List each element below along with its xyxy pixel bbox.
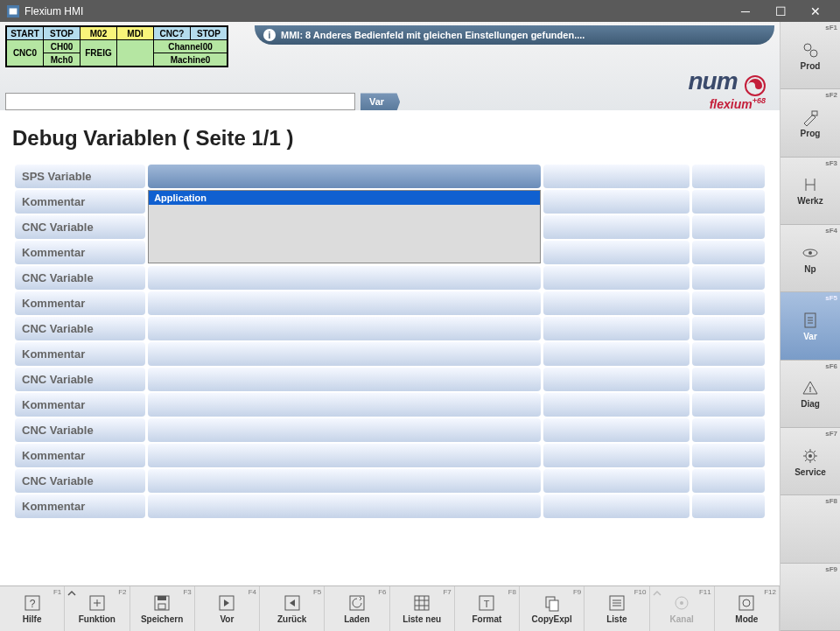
cnc2-val[interactable] xyxy=(148,266,541,290)
svg-point-19 xyxy=(680,601,683,605)
mode-icon xyxy=(737,593,756,614)
fkey-funktion[interactable]: F2Funktion xyxy=(65,586,130,631)
close-button[interactable]: ✕ xyxy=(798,0,833,22)
title-bar: Flexium HMI ─ ☐ ✕ xyxy=(0,0,840,22)
skey-diag[interactable]: sF6!Diag xyxy=(780,361,840,428)
status-cnc-q: CNC? xyxy=(154,27,191,40)
fkey-format[interactable]: F8TFormat xyxy=(455,586,520,631)
row-label-cnc-5: CNC Variable xyxy=(15,418,145,442)
sps-col4[interactable] xyxy=(692,165,765,188)
svg-point-22 xyxy=(804,44,811,51)
fkey-liste neu[interactable]: F7Liste neu xyxy=(390,586,455,631)
svg-point-21 xyxy=(743,599,750,606)
row-label-komm-7: Kommentar xyxy=(15,494,145,518)
row-label-cnc-2: CNC Variable xyxy=(15,266,145,290)
doc-icon xyxy=(801,311,820,332)
komm2-col3[interactable] xyxy=(543,241,690,264)
skey-prog[interactable]: sF2Prog xyxy=(780,89,840,157)
content-area: Debug Variablen ( Seite 1/1 ) SPS Variab… xyxy=(0,110,780,585)
svg-rect-12 xyxy=(415,596,429,610)
fkey-hilfe[interactable]: F1?Hilfe xyxy=(0,586,65,631)
status-m02: M02 xyxy=(80,27,117,40)
status-blank1 xyxy=(117,40,154,67)
skey-blank[interactable]: sF8 xyxy=(780,495,840,563)
fkey-label: Zurück xyxy=(277,614,306,624)
list-icon xyxy=(607,593,626,614)
skey-label: Prog xyxy=(801,129,821,138)
back-icon xyxy=(283,593,302,614)
header: START STOP M02 MDI CNC? STOP CNC0 CH00 F… xyxy=(0,22,780,110)
komm1-col3[interactable] xyxy=(543,190,690,214)
skey-label: Werkz xyxy=(797,196,822,206)
row-label-komm-4: Kommentar xyxy=(15,342,145,366)
help-icon: ? xyxy=(23,593,42,614)
fkey-speichern[interactable]: F3Speichern xyxy=(130,586,195,631)
fkey-mode[interactable]: F12Mode xyxy=(715,586,780,631)
komm2-col4[interactable] xyxy=(692,241,765,264)
orbit-icon xyxy=(801,243,820,264)
cnc1-col4[interactable] xyxy=(692,215,765,239)
page-title: Debug Variablen ( Seite 1/1 ) xyxy=(12,126,767,151)
skey-prod[interactable]: sF1Prod xyxy=(780,22,840,89)
fkey-label: Mode xyxy=(735,614,758,624)
svg-rect-11 xyxy=(350,596,364,610)
fkey-label: Vor xyxy=(220,614,234,624)
status-cnc0: CNC0 xyxy=(7,40,44,67)
caliper-icon xyxy=(801,175,820,196)
row-label-cnc-4: CNC Variable xyxy=(15,368,145,391)
skey-np[interactable]: sF4Np xyxy=(780,225,840,292)
footer-fkeys: F1?HilfeF2FunktionF3SpeichernF4VorF5Zurü… xyxy=(0,585,780,631)
gear-icon xyxy=(801,446,820,467)
maximize-button[interactable]: ☐ xyxy=(763,0,798,22)
status-stop2: STOP xyxy=(191,27,228,40)
fkey-laden[interactable]: F6Laden xyxy=(325,586,389,631)
row-label-komm-5: Kommentar xyxy=(15,393,145,417)
svg-point-30 xyxy=(808,454,812,458)
fkey-label: Liste xyxy=(606,614,626,624)
dropdown-item-application[interactable]: Application xyxy=(149,191,540,205)
sps-value-selected[interactable] xyxy=(148,165,541,188)
fkey-label: Laden xyxy=(344,614,369,624)
fkey-label: CopyExpl xyxy=(532,614,572,624)
fkey-liste[interactable]: F10Liste xyxy=(584,586,649,631)
status-mdi: MDI xyxy=(117,27,154,40)
skey-service[interactable]: sF7Service xyxy=(780,428,840,495)
skey-blank[interactable]: sF9 xyxy=(780,564,840,631)
skey-label: Service xyxy=(794,467,826,477)
status-channel: Channel00 xyxy=(154,40,228,53)
gears-icon xyxy=(801,40,820,61)
application-dropdown[interactable]: Application xyxy=(148,190,541,263)
minimize-button[interactable]: ─ xyxy=(728,0,763,22)
status-start: START xyxy=(7,27,44,40)
svg-rect-1 xyxy=(10,8,18,14)
svg-rect-20 xyxy=(739,596,753,610)
row-label-komm-6: Kommentar xyxy=(15,444,145,467)
fkey-copyexpl[interactable]: F9CopyExpl xyxy=(520,586,584,631)
message-text: MMI: 8 Anderes Bedienfeld mit gleichen E… xyxy=(281,30,584,40)
komm3-val[interactable] xyxy=(148,291,541,315)
sps-col3[interactable] xyxy=(543,165,690,188)
fkey-label: Kanal xyxy=(670,614,694,624)
skey-werkz[interactable]: sF3Werkz xyxy=(780,158,840,225)
fkey-label: Format xyxy=(472,614,501,624)
svg-point-26 xyxy=(808,251,812,255)
fkey-vor[interactable]: F4Vor xyxy=(195,586,260,631)
row-label-cnc-1: CNC Variable xyxy=(15,215,145,239)
copy-icon xyxy=(542,593,562,614)
save-icon xyxy=(152,593,172,614)
fkey-zurück[interactable]: F5Zurück xyxy=(260,586,325,631)
skey-var[interactable]: sF5Var xyxy=(780,292,840,360)
side-fkeys: sF1ProdsF2ProgsF3WerkzsF4NpsF5VarsF6!Dia… xyxy=(780,22,840,631)
cnc1-col3[interactable] xyxy=(543,215,690,239)
window-title: Flexium HMI xyxy=(24,5,83,18)
info-icon: i xyxy=(263,29,276,41)
path-input[interactable] xyxy=(5,93,355,110)
status-ch00: CH00 xyxy=(44,40,80,53)
komm1-col4[interactable] xyxy=(692,190,765,214)
row-label-cnc-6: CNC Variable xyxy=(15,469,145,493)
status-machine: Machine0 xyxy=(154,53,228,67)
message-bar: i MMI: 8 Anderes Bedienfeld mit gleichen… xyxy=(255,25,774,45)
svg-text:T: T xyxy=(484,599,490,609)
row-label-sps: SPS Variable xyxy=(15,165,145,188)
fkey-label: Speichern xyxy=(141,614,183,624)
